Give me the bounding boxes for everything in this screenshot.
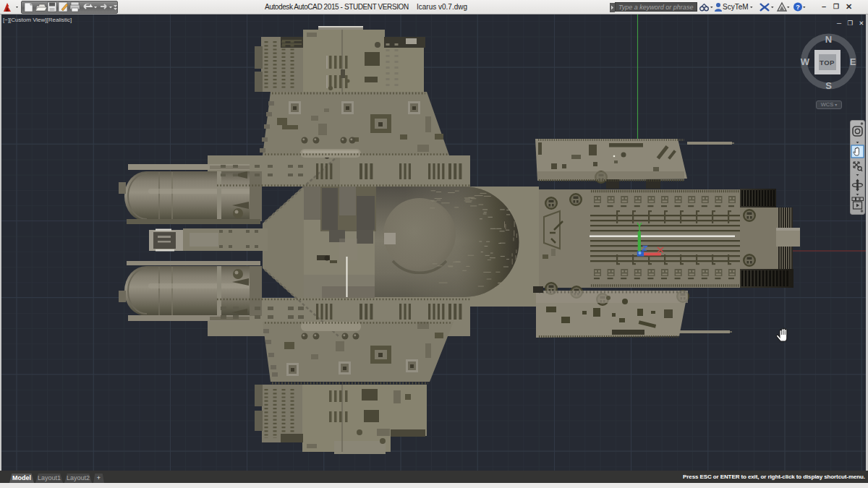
svg-text:E: E: [850, 56, 856, 67]
svg-text:W: W: [801, 56, 810, 67]
svg-text:TOP: TOP: [820, 59, 835, 67]
svg-text:N: N: [825, 34, 832, 45]
svg-text:S: S: [825, 80, 832, 91]
svg-text:?: ?: [796, 4, 800, 11]
